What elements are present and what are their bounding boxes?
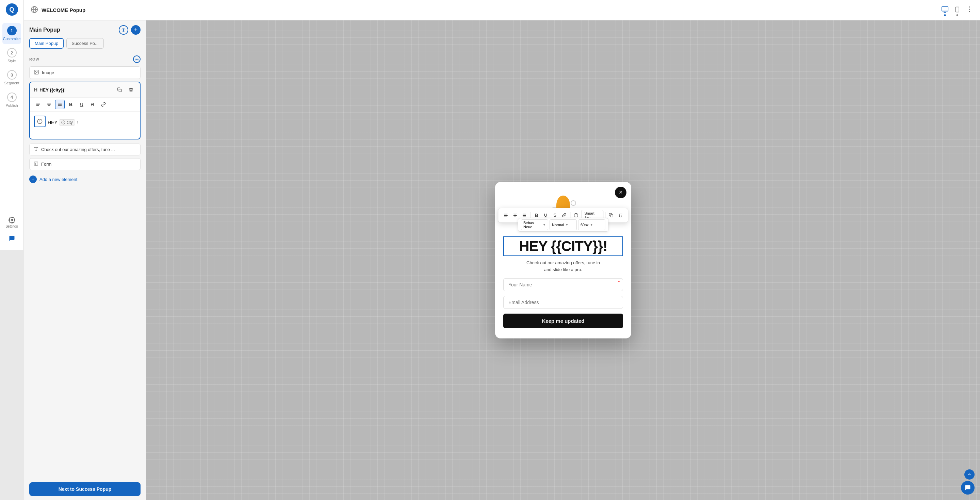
nav-step-style[interactable]: 2 Style: [2, 45, 21, 66]
add-element-btn[interactable]: + Add a new element: [29, 176, 140, 183]
heading-word-exclaim: !: [76, 120, 78, 125]
step-label-customize: Customize: [3, 37, 21, 41]
canvas-area: ×: [146, 21, 490, 250]
step-label-segment: Segment: [4, 81, 19, 86]
step-num-2: 2: [7, 48, 17, 57]
canvas-bg: ×: [146, 21, 490, 250]
heading-editor: H HEY {{city}}!: [29, 82, 140, 140]
nav-step-segment[interactable]: 3 Segment: [2, 67, 21, 88]
heading-editor-content: HEY city !: [30, 111, 140, 139]
svg-rect-15: [119, 89, 121, 92]
panel-header-icons: +: [119, 25, 140, 35]
strikethrough-btn[interactable]: S: [88, 100, 97, 109]
panel-tabs: Main Popup Success Po...: [24, 38, 146, 53]
heading-title-text: HEY {{city}}!: [40, 87, 66, 92]
heading-smart-tag[interactable]: city: [59, 119, 75, 125]
tab-success-popup[interactable]: Success Po...: [66, 38, 103, 49]
svg-point-11: [123, 29, 124, 31]
align-center-btn[interactable]: [44, 100, 54, 109]
text-item[interactable]: Check out our amazing offers, tune ...: [29, 144, 140, 156]
step-label-publish: Publish: [5, 103, 18, 108]
heading-editor-title: H HEY {{city}}!: [34, 87, 66, 92]
panel-settings-icon[interactable]: [119, 25, 128, 35]
tab-main-popup[interactable]: Main Popup: [29, 38, 64, 49]
header: WELCOME Popup: [24, 0, 490, 21]
link-btn[interactable]: [99, 100, 108, 109]
heading-word-hey: HEY: [48, 120, 57, 125]
settings-nav-btn[interactable]: Settings: [2, 214, 21, 230]
smart-tag-editor-btn[interactable]: [34, 116, 46, 127]
panel-add-icon[interactable]: +: [131, 25, 140, 35]
row-settings-icon[interactable]: [133, 56, 140, 63]
heading-editor-actions: [115, 85, 136, 95]
image-icon: [34, 69, 39, 76]
add-element-label: Add a new element: [40, 177, 77, 182]
left-panel: Main Popup + Main Popup Success Po... RO…: [24, 21, 146, 250]
heading-content-area: HEY city !: [34, 116, 136, 129]
heading-content-words: HEY city !: [48, 119, 78, 125]
main-area: Main Popup + Main Popup Success Po... RO…: [24, 21, 490, 250]
heading-editor-toolbar: B U S: [30, 98, 140, 111]
svg-rect-32: [34, 162, 38, 166]
globe-icon: [30, 6, 38, 14]
page-title: WELCOME Popup: [41, 7, 86, 13]
step-num-1: 1: [7, 26, 17, 35]
nav-step-publish[interactable]: 4 Publish: [2, 90, 21, 111]
nav-step-customize[interactable]: 1 Customize: [2, 23, 21, 44]
svg-point-14: [35, 71, 36, 72]
row-section-label: ROW: [24, 53, 146, 65]
form-icon: [34, 161, 38, 167]
align-justify-btn[interactable]: [55, 100, 65, 109]
text-icon: [34, 147, 38, 152]
heading-delete-btn[interactable]: [126, 85, 136, 95]
form-item[interactable]: Form: [29, 158, 140, 170]
sidebar-nav: Q 1 Customize 2 Style 3 Segment 4 Publis…: [0, 0, 24, 250]
chat-nav-btn[interactable]: [2, 231, 21, 247]
app-logo[interactable]: Q: [6, 3, 18, 16]
align-left-btn[interactable]: [33, 100, 43, 109]
text-item-label: Check out our amazing offers, tune ...: [41, 147, 115, 152]
form-item-label: Form: [41, 162, 51, 167]
add-element-circle: +: [29, 176, 37, 183]
header-left: WELCOME Popup: [30, 6, 86, 14]
panel-title: Main Popup: [29, 27, 60, 33]
panel-header: Main Popup +: [24, 21, 146, 38]
step-num-4: 4: [7, 92, 17, 102]
svg-point-12: [137, 59, 137, 60]
step-num-3: 3: [7, 70, 17, 79]
bold-btn[interactable]: B: [66, 100, 76, 109]
settings-nav-label: Settings: [5, 224, 18, 228]
step-label-style: Style: [8, 59, 16, 63]
image-row-item[interactable]: Image: [29, 66, 140, 79]
svg-point-0: [11, 219, 13, 221]
heading-editor-header: H HEY {{city}}!: [30, 82, 140, 98]
image-row-label: Image: [42, 70, 54, 75]
underline-btn[interactable]: U: [77, 100, 86, 109]
heading-copy-btn[interactable]: [115, 85, 124, 95]
